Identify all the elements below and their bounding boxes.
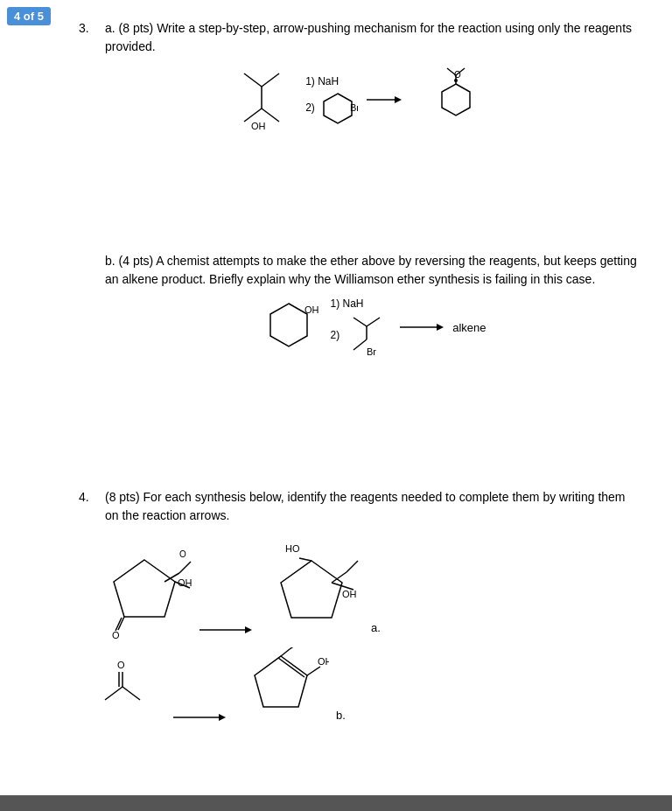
svg-line-1 xyxy=(244,73,262,87)
question-3-part-a-label: a. (8 pts) Write a step-by-step, arrow-p… xyxy=(105,19,637,56)
part-b-label: b. xyxy=(336,709,346,722)
svg-text:OH: OH xyxy=(342,589,357,599)
svg-line-21 xyxy=(354,339,367,350)
bottom-bar xyxy=(0,795,672,811)
reagent-1a: 1) NaH xyxy=(305,75,339,87)
svg-marker-49 xyxy=(219,714,226,721)
svg-marker-37 xyxy=(281,561,342,618)
question-4-text: (8 pts) For each synthesis below, identi… xyxy=(105,488,637,525)
svg-marker-16 xyxy=(270,304,307,346)
svg-line-2 xyxy=(262,73,279,87)
space-b xyxy=(79,374,637,462)
alkene-label: alkene xyxy=(452,321,486,334)
question-3-number: 3. xyxy=(79,19,105,35)
svg-text:O: O xyxy=(117,660,125,670)
svg-line-20 xyxy=(367,318,380,326)
svg-line-54 xyxy=(290,647,298,649)
svg-text:OH: OH xyxy=(251,121,266,131)
svg-marker-9 xyxy=(395,96,402,103)
question-4: 4. (8 pts) For each synthesis below, ide… xyxy=(79,488,637,726)
svg-text:Br: Br xyxy=(367,346,376,357)
reagent-1b: 1) NaH xyxy=(331,297,364,310)
svg-line-19 xyxy=(354,318,367,326)
svg-text:OH: OH xyxy=(304,304,319,315)
svg-line-39 xyxy=(346,561,358,572)
reaction-diagram-b: OH 1) NaH 2) Br xyxy=(105,297,637,357)
svg-line-43 xyxy=(105,687,122,700)
page-badge: 4 of 5 xyxy=(7,7,51,25)
svg-marker-24 xyxy=(437,324,444,331)
space-a xyxy=(79,152,637,240)
svg-text:OH: OH xyxy=(318,656,329,667)
question-3-part-b-label: b. (4 pts) A chemist attempts to make th… xyxy=(105,252,637,289)
svg-line-50 xyxy=(278,658,304,677)
svg-text:O: O xyxy=(112,630,120,639)
svg-marker-25 xyxy=(114,560,175,617)
svg-line-44 xyxy=(122,687,140,700)
reagent-2b-label: 2) xyxy=(331,329,340,341)
svg-marker-12 xyxy=(442,84,470,115)
part-a-label: a. xyxy=(371,621,381,634)
svg-line-42 xyxy=(299,558,312,561)
svg-line-51 xyxy=(307,667,320,675)
question-4-number: 4. xyxy=(79,488,105,504)
svg-text:OH: OH xyxy=(178,577,192,588)
svg-marker-35 xyxy=(245,626,252,633)
svg-line-4 xyxy=(262,108,279,122)
svg-line-53 xyxy=(281,649,290,656)
svg-line-3 xyxy=(244,108,262,122)
reagent-2a-label: 2) xyxy=(305,101,315,114)
question-3-part-b: b. (4 pts) A chemist attempts to make th… xyxy=(105,252,637,357)
svg-marker-6 xyxy=(324,94,352,123)
reaction-diagram-a: OH 1) NaH 2) Br xyxy=(79,65,637,135)
svg-text:HO: HO xyxy=(285,543,300,554)
exam-page: 4 of 5 3. a. (8 pts) Write a step-by-ste… xyxy=(0,0,672,811)
svg-text:Br: Br xyxy=(350,102,358,113)
svg-line-27 xyxy=(179,562,191,573)
svg-text:O: O xyxy=(179,549,186,559)
